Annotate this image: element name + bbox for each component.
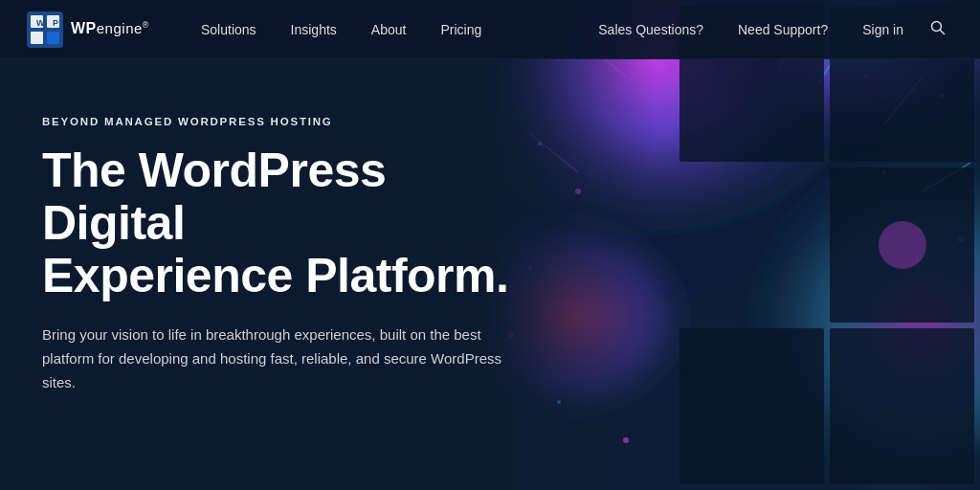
- svg-rect-33: [31, 32, 43, 44]
- svg-line-38: [941, 30, 945, 33]
- nav-pricing[interactable]: Pricing: [423, 22, 499, 37]
- nav-sales-questions[interactable]: Sales Questions?: [583, 22, 719, 37]
- logo[interactable]: W P WPengine®: [27, 11, 149, 48]
- hero-content: BEYOND MANAGED WORDPRESS HOSTING The Wor…: [0, 59, 574, 490]
- geo-grid-overlay: [674, 0, 980, 490]
- navigation: W P WPengine® Solutions Insights About P…: [0, 0, 980, 59]
- nav-insights[interactable]: Insights: [274, 22, 354, 37]
- logo-text: WPengine®: [71, 20, 149, 37]
- svg-text:P: P: [53, 18, 58, 28]
- nav-links: Solutions Insights About Pricing: [184, 22, 583, 37]
- nav-right: Sales Questions? Need Support? Sign in: [583, 20, 953, 39]
- geo-cell-5: [679, 328, 824, 484]
- svg-rect-34: [47, 32, 59, 44]
- search-icon[interactable]: [923, 20, 953, 39]
- geo-cell-3: [679, 167, 824, 323]
- hero-headline-line2: Experience Platform.: [42, 249, 508, 302]
- hero-eyebrow: BEYOND MANAGED WORDPRESS HOSTING: [42, 116, 532, 127]
- wp-engine-logo-icon: W P: [27, 11, 63, 48]
- hero-headline: The WordPress Digital Experience Platfor…: [42, 145, 532, 302]
- nav-sign-in[interactable]: Sign in: [847, 22, 919, 37]
- hero-subtext: Bring your vision to life in breakthroug…: [42, 323, 501, 394]
- geo-cell-4: [830, 167, 974, 323]
- svg-text:W: W: [36, 18, 45, 28]
- page-wrapper: W P WPengine® Solutions Insights About P…: [0, 0, 980, 490]
- nav-solutions[interactable]: Solutions: [184, 22, 274, 37]
- geo-cell-6: [830, 328, 974, 484]
- hero-headline-line1: The WordPress Digital: [42, 144, 386, 250]
- nav-need-support[interactable]: Need Support?: [723, 22, 843, 37]
- nav-about[interactable]: About: [354, 22, 424, 37]
